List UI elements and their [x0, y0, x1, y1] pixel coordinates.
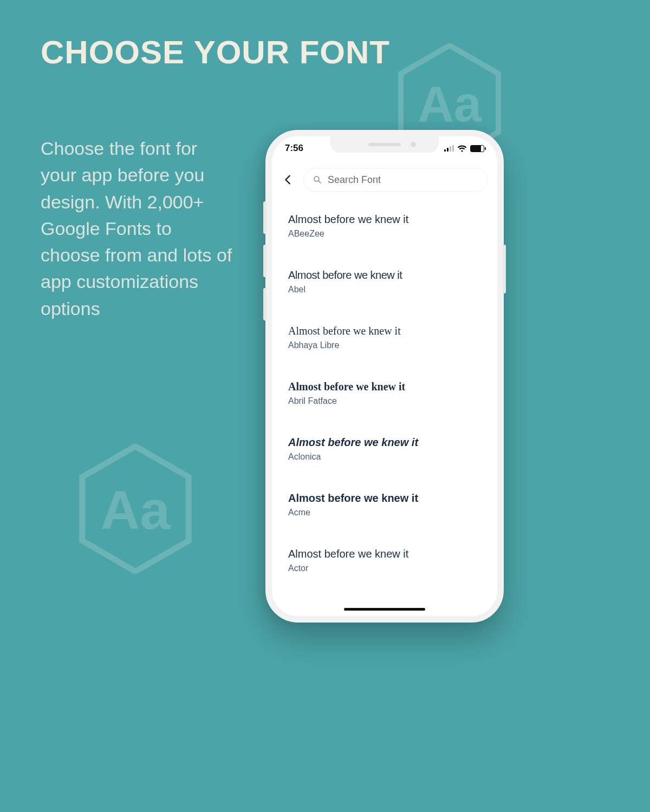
- svg-point-2: [314, 176, 319, 181]
- phone-screen: 7:56 Search Font Almost before we knew i…: [272, 136, 497, 616]
- font-item[interactable]: Almost before we knew itABeeZee: [288, 201, 481, 257]
- font-name: Acme: [288, 508, 481, 518]
- search-input[interactable]: Search Font: [303, 168, 487, 192]
- font-item[interactable]: Almost before we knew itAcme: [288, 480, 481, 536]
- font-item[interactable]: Almost before we knew itAbril Fatface: [288, 369, 481, 424]
- font-preview: Almost before we knew it: [288, 381, 481, 393]
- font-hex-icon: Aa: [70, 444, 200, 574]
- app-bar: Search Font: [272, 163, 497, 196]
- phone-mockup: 7:56 Search Font Almost before we knew i…: [265, 130, 504, 623]
- font-preview: Almost before we knew it: [288, 325, 481, 337]
- font-item[interactable]: Almost before we knew itAbel: [288, 257, 481, 313]
- signal-icon: [444, 145, 454, 152]
- wifi-icon: [457, 145, 467, 152]
- font-name: Abhaya Libre: [288, 340, 481, 350]
- battery-icon: [470, 145, 484, 152]
- search-placeholder: Search Font: [328, 174, 381, 186]
- font-name: Aclonica: [288, 452, 481, 462]
- svg-text:Aa: Aa: [418, 76, 482, 132]
- font-preview: Almost before we knew it: [288, 213, 481, 226]
- svg-line-3: [318, 181, 321, 183]
- font-preview: Almost before we knew it: [288, 548, 481, 560]
- font-item[interactable]: Almost before we knew itActor: [288, 536, 481, 592]
- font-preview: Almost before we knew it: [288, 269, 481, 281]
- font-name: ABeeZee: [288, 229, 481, 239]
- svg-text:Aa: Aa: [101, 480, 171, 540]
- back-button[interactable]: [276, 168, 300, 192]
- font-item[interactable]: Almost before we knew itAbhaya Libre: [288, 313, 481, 369]
- home-indicator: [344, 608, 425, 611]
- font-item[interactable]: Almost before we knew itAclonica: [288, 424, 481, 480]
- font-name: Abel: [288, 285, 481, 294]
- status-time: 7:56: [285, 143, 303, 154]
- chevron-left-icon: [282, 174, 294, 186]
- notch: [330, 136, 439, 153]
- search-icon: [313, 175, 322, 185]
- font-preview: Almost before we knew it: [288, 436, 481, 449]
- font-preview: Almost before we knew it: [288, 492, 481, 505]
- font-name: Abril Fatface: [288, 396, 481, 406]
- promo-description: Choose the font for your app before you …: [41, 135, 236, 322]
- promo-title: CHOOSE YOUR FONT: [41, 35, 390, 69]
- font-name: Actor: [288, 564, 481, 573]
- font-list[interactable]: Almost before we knew itABeeZeeAlmost be…: [272, 201, 497, 600]
